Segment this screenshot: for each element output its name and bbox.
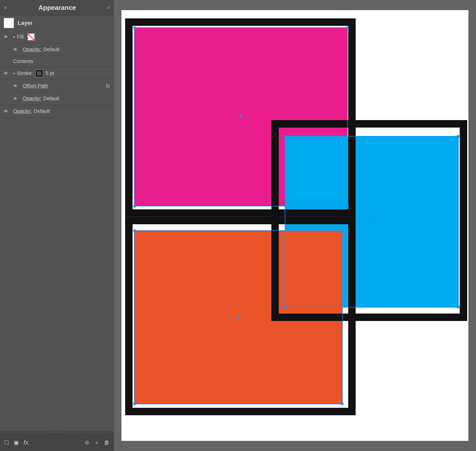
appearance-panel: ✕ Appearance ≡ Layer 👁 ▾ Fill: 👁 Opacity…: [0, 0, 114, 451]
center-dot-pink: [240, 115, 242, 117]
stroke-opacity-value: Default: [43, 96, 59, 101]
stroke-row: 👁 ▾ Stroke: 5 pt: [0, 67, 114, 80]
stroke-opacity-row: 👁 Opacity: Default: [0, 92, 114, 105]
handle-cyan-bl: [284, 306, 287, 309]
resize-handle[interactable]: ••••••••: [0, 431, 114, 434]
panel-titlebar: ✕ Appearance ≡: [0, 0, 114, 16]
layer-opacity-label: Opacity:: [13, 108, 32, 114]
layer-opacity-value: Default: [34, 108, 50, 114]
layer-row: Layer: [0, 16, 114, 31]
panel-bottom-toolbar: ☐ ▣ fx. ⊘ ＋ 🗑: [0, 434, 114, 451]
fx-icon: fx: [106, 83, 110, 89]
handle-orange-bl: [133, 403, 136, 405]
fill-label: Fill:: [17, 34, 25, 40]
handle-bl: [133, 205, 136, 208]
handle-orange-tl: [133, 230, 136, 232]
stroke-swatch[interactable]: [35, 70, 43, 77]
delete-item-icon[interactable]: 🗑: [104, 439, 110, 446]
close-icon[interactable]: ✕: [4, 5, 7, 11]
handle-br-pink: [346, 205, 349, 208]
panel-spacer: [0, 118, 114, 431]
layer-thumbnail-icon[interactable]: ▣: [14, 439, 19, 446]
fill-swatch[interactable]: [27, 33, 35, 41]
canvas-background: [121, 10, 468, 441]
contents-label: Contents: [13, 58, 33, 64]
stroke-chevron-icon[interactable]: ▾: [13, 71, 15, 75]
handle-tl: [133, 27, 136, 29]
handle-cyan-tl: [284, 135, 287, 138]
stroke-opacity-label: Opacity:: [23, 96, 41, 101]
stroke-eye-icon[interactable]: 👁: [4, 71, 11, 76]
handle-cyan-br: [457, 306, 460, 309]
handle-cyan-tr: [457, 135, 460, 138]
resize-dots: ••••••••: [50, 431, 63, 434]
artwork-svg: [121, 10, 468, 441]
layer-opacity-eye-icon[interactable]: 👁: [4, 109, 11, 114]
fx-button[interactable]: fx.: [24, 439, 30, 446]
fill-opacity-label: Opacity:: [23, 47, 41, 52]
contents-row: Contents: [0, 56, 114, 67]
center-dot-cyan: [371, 220, 373, 223]
panel-title: Appearance: [38, 4, 76, 12]
eye-icon[interactable]: 👁: [4, 34, 11, 39]
handle-tr: [346, 27, 349, 29]
fill-opacity-value: Default: [43, 47, 59, 52]
handle-orange-tr: [341, 230, 343, 232]
chevron-icon[interactable]: ▾: [13, 35, 15, 39]
handle-orange-br: [341, 403, 343, 405]
center-dot-orange: [237, 316, 240, 319]
new-layer-icon[interactable]: ☐: [4, 439, 9, 446]
stroke-value: 5 pt: [46, 70, 54, 76]
add-item-icon[interactable]: ＋: [94, 439, 99, 446]
stroke-opacity-eye-icon[interactable]: 👁: [13, 96, 20, 101]
offset-path-row: 👁 Offset Path fx: [0, 80, 114, 92]
no-style-icon[interactable]: ⊘: [85, 439, 89, 446]
offset-path-label[interactable]: Offset Path: [23, 83, 48, 89]
layer-label: Layer: [18, 20, 33, 26]
fill-opacity-eye-icon[interactable]: 👁: [13, 47, 20, 52]
layer-swatch: [4, 18, 14, 28]
fill-row: 👁 ▾ Fill:: [0, 31, 114, 43]
canvas-area: [114, 0, 476, 451]
panel-menu-icon[interactable]: ≡: [107, 5, 110, 11]
offset-path-eye-icon[interactable]: 👁: [13, 84, 20, 89]
stroke-label: Stroke:: [17, 70, 33, 76]
layer-opacity-row: 👁 Opacity: Default: [0, 105, 114, 118]
fill-opacity-row: 👁 Opacity: Default: [0, 43, 114, 56]
